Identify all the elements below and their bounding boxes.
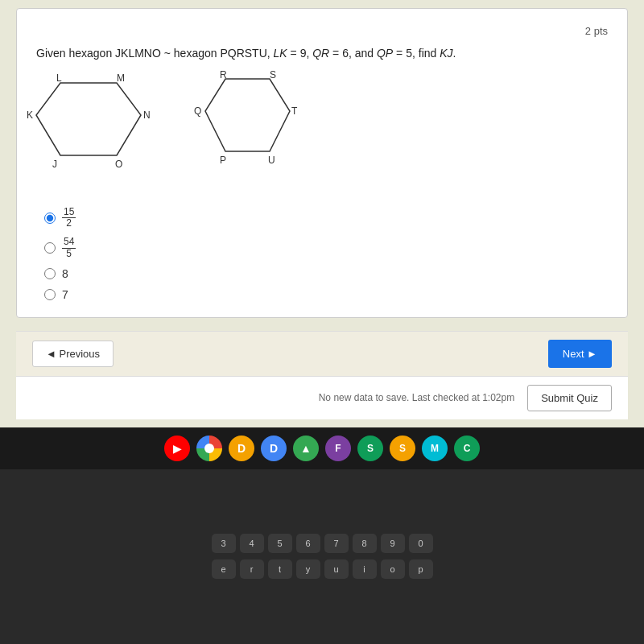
denominator-2: 5 (64, 249, 73, 259)
previous-button[interactable]: ◄ Previous (32, 341, 114, 367)
footer-status-text: No new data to save. Last checked at 1:0… (319, 392, 514, 403)
key-o[interactable]: o (381, 559, 405, 579)
keyboard-row-1: 3 4 5 6 7 8 9 0 (212, 534, 433, 553)
fraction-2: 54 5 (62, 237, 76, 258)
google-meet-icon[interactable]: M (422, 436, 448, 461)
hexagon-pqrstu: R S T U P Q (197, 75, 310, 183)
answer-value-3: 8 (62, 267, 68, 280)
svg-marker-7 (205, 79, 290, 151)
key-8[interactable]: 8 (353, 534, 377, 553)
next-button[interactable]: Next ► (548, 340, 612, 368)
key-4[interactable]: 4 (240, 534, 264, 553)
key-7[interactable]: 7 (324, 534, 349, 553)
radio-4[interactable] (44, 289, 56, 300)
svg-text:O: O (115, 159, 122, 170)
svg-text:S: S (270, 69, 276, 80)
svg-text:Q: Q (194, 105, 201, 117)
key-6[interactable]: 6 (296, 534, 320, 553)
footer-bar: No new data to save. Last checked at 1:0… (16, 376, 628, 419)
keyboard-row-2: e r t y u i o p (212, 559, 433, 579)
google-calendar-icon[interactable]: C (454, 436, 480, 461)
svg-text:M: M (117, 72, 125, 84)
numerator-2: 54 (62, 237, 76, 248)
google-slides-icon[interactable]: S (390, 436, 415, 461)
key-i[interactable]: i (353, 559, 377, 579)
svg-text:T: T (291, 105, 298, 117)
answer-choice-3[interactable]: 8 (44, 267, 608, 280)
answer-choice-1[interactable]: 15 2 (44, 207, 608, 229)
google-sheets-icon[interactable]: S (357, 436, 383, 461)
key-r[interactable]: r (240, 559, 264, 579)
answer-choice-4[interactable]: 7 (44, 288, 608, 301)
fraction-1: 15 2 (62, 207, 76, 229)
answer-choices: 15 2 54 5 8 (36, 207, 608, 301)
svg-text:J: J (52, 159, 57, 170)
key-9[interactable]: 9 (381, 534, 405, 553)
answer-value-4: 7 (62, 288, 68, 301)
youtube-icon[interactable]: ▶ (164, 436, 190, 461)
pts-label: 2 pts (585, 25, 608, 37)
svg-text:L: L (56, 72, 62, 84)
google-docs-blue-icon[interactable]: D (261, 436, 287, 461)
question-card: 2 pts Given hexagon JKLMNO ~ hexagon PQR… (16, 8, 628, 318)
submit-quiz-button[interactable]: Submit Quiz (527, 385, 612, 411)
key-t[interactable]: t (268, 559, 292, 579)
hexagon-jklmno: L M N O J K (36, 75, 165, 191)
svg-text:R: R (220, 69, 227, 80)
svg-text:P: P (220, 155, 226, 166)
radio-3[interactable] (44, 268, 56, 279)
svg-text:U: U (268, 155, 275, 166)
key-p[interactable]: p (409, 559, 433, 579)
google-docs-icon[interactable]: D (229, 436, 254, 461)
key-y[interactable]: y (296, 559, 320, 579)
chrome-icon[interactable] (196, 436, 222, 461)
key-3[interactable]: 3 (212, 534, 236, 553)
key-u[interactable]: u (324, 559, 349, 579)
nav-bar: ◄ Previous Next ► (16, 331, 628, 376)
svg-text:K: K (27, 109, 33, 121)
denominator-1: 2 (64, 218, 73, 229)
numerator-1: 15 (62, 207, 76, 218)
radio-2[interactable] (44, 242, 56, 254)
taskbar: ▶ D D ▲ F S S M (0, 427, 644, 469)
svg-text:N: N (143, 109, 151, 121)
google-forms-icon[interactable]: F (325, 436, 351, 461)
google-drive-icon[interactable]: ▲ (293, 436, 319, 461)
keyboard-area: 3 4 5 6 7 8 9 0 e r t y u i o p (0, 469, 644, 644)
radio-1[interactable] (44, 213, 56, 224)
svg-marker-0 (36, 83, 141, 155)
key-5[interactable]: 5 (268, 534, 292, 553)
key-e[interactable]: e (212, 559, 236, 579)
key-0[interactable]: 0 (409, 534, 433, 553)
diagrams: L M N O J K R S (36, 75, 608, 191)
question-text: Given hexagon JKLMNO ~ hexagon PQRSTU, L… (36, 45, 608, 62)
answer-choice-2[interactable]: 54 5 (44, 237, 608, 258)
